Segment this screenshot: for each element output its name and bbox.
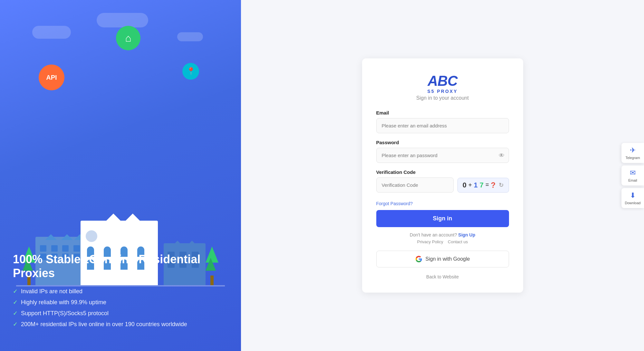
signup-link[interactable]: Sign Up (458, 232, 475, 237)
cloud-decoration (97, 13, 148, 27)
login-card: ABC S5 PROXY Sign in to your account Ema… (362, 58, 523, 293)
verification-group: Verification Code 0 + 1 7 = ? ↻ (376, 169, 509, 193)
email-label: Email (628, 178, 637, 182)
logo-subtitle: S5 PROXY (376, 89, 509, 94)
logo-text: ABC (376, 74, 509, 88)
captcha-box: 0 + 1 7 = ? ↻ (457, 178, 509, 193)
telegram-icon: ✈ (630, 146, 636, 155)
home-icon-badge: ⌂ (116, 26, 140, 50)
password-wrapper: 👁 (376, 148, 509, 163)
email-icon: ✉ (630, 169, 636, 177)
password-input[interactable] (376, 148, 509, 163)
home-icon: ⌂ (125, 32, 131, 44)
verification-row: 0 + 1 7 = ? ↻ (376, 177, 509, 193)
forgot-password-link[interactable]: Forgot Password? (376, 201, 413, 206)
captcha-digit-0: 0 (463, 181, 466, 189)
captcha-digit-7: 7 (480, 181, 484, 189)
feature-item-3: ✓ Support HTTP(S)/Socks5 protocol (13, 310, 228, 317)
logo-area: ABC S5 PROXY (376, 74, 509, 94)
check-icon-1: ✓ (13, 288, 18, 295)
privacy-policy-link[interactable]: Privacy Policy (417, 239, 443, 244)
cloud-decoration (177, 32, 203, 41)
google-signin-button[interactable]: Sign in with Google (376, 251, 509, 267)
telegram-side-button[interactable]: ✈ Telegram (621, 143, 644, 163)
password-label: Password (376, 140, 509, 145)
check-icon-4: ✓ (13, 321, 18, 328)
policy-row: Privacy Policy Contact us (376, 239, 509, 244)
captcha-question: ? (491, 181, 496, 190)
feature-item-4: ✓ 200M+ residential IPs live online in o… (13, 321, 228, 328)
cloud-decoration (32, 26, 71, 39)
feature-item-2: ✓ Highly reliable with 99.9% uptime (13, 299, 228, 306)
signin-subtitle: Sign in to your account (376, 95, 509, 101)
password-group: Password 👁 (376, 140, 509, 163)
side-buttons-panel: ✈ Telegram ✉ Email ⬇ Download (621, 143, 644, 208)
email-side-button[interactable]: ✉ Email (621, 165, 644, 186)
captcha-digit-1: 1 (474, 181, 478, 189)
verification-input[interactable] (376, 177, 454, 193)
check-icon-3: ✓ (13, 310, 18, 317)
captcha-equals: = (485, 182, 489, 188)
download-icon: ⬇ (630, 191, 636, 200)
telegram-label: Telegram (625, 156, 640, 160)
left-title: 100% Stable&Genuine Residential Proxies (13, 252, 228, 280)
captcha-refresh-icon[interactable]: ↻ (499, 182, 504, 189)
signin-button[interactable]: Sign in (376, 210, 509, 227)
captcha-plus: + (468, 182, 472, 188)
left-panel: API ⌂ 📍 (0, 0, 241, 351)
google-g-icon (415, 256, 422, 263)
location-icon: 📍 (187, 67, 195, 75)
download-label: Download (625, 201, 641, 205)
back-to-website-area: Back to Website (376, 274, 509, 280)
email-group: Email (376, 110, 509, 133)
toggle-password-icon[interactable]: 👁 (499, 152, 505, 159)
register-row: Don't have an account? Sign Up (376, 232, 509, 237)
contact-us-link[interactable]: Contact us (448, 239, 468, 244)
download-side-button[interactable]: ⬇ Download (621, 188, 644, 208)
check-icon-2: ✓ (13, 299, 18, 306)
verification-label: Verification Code (376, 169, 509, 175)
feature-list: ✓ Invalid IPs are not billed ✓ Highly re… (13, 288, 228, 328)
right-panel: ABC S5 PROXY Sign in to your account Ema… (241, 0, 644, 351)
api-badge: API (39, 65, 64, 90)
email-input[interactable] (376, 118, 509, 133)
feature-item-1: ✓ Invalid IPs are not billed (13, 288, 228, 295)
email-label: Email (376, 110, 509, 115)
back-to-website-link[interactable]: Back to Website (426, 274, 459, 279)
left-text-area: 100% Stable&Genuine Residential Proxies … (13, 252, 228, 332)
location-badge: 📍 (182, 63, 199, 80)
